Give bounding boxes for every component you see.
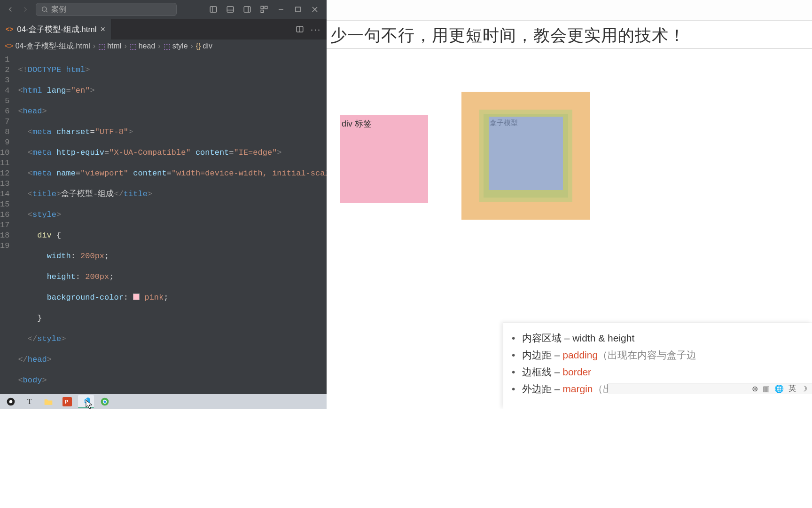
chevron-right-icon: ›: [191, 42, 193, 50]
ime-status-bar: ⊕ ▥ 🌐 英 ☽: [608, 383, 812, 394]
code-content[interactable]: <!DOCTYPE html> <html lang="en"> <head> …: [18, 53, 327, 394]
code-editor[interactable]: 123 456 789 101112 131415 161718 19 <!DO…: [0, 53, 327, 394]
chevron-right-icon: ›: [93, 42, 95, 50]
breadcrumb-head[interactable]: ⬚ head: [130, 42, 156, 51]
taskbar-chrome[interactable]: [97, 395, 113, 408]
titlebar: 案例: [0, 0, 327, 19]
ime-layout-icon[interactable]: ▥: [763, 384, 770, 393]
legend-item-border: • 边框线 – border: [512, 365, 804, 379]
toggle-primary-sidebar-button[interactable]: [205, 1, 221, 17]
ime-globe-icon[interactable]: 🌐: [774, 384, 784, 393]
html-file-icon: <>: [6, 25, 13, 33]
css-rule-icon: {}: [196, 42, 201, 50]
nav-forward-button[interactable]: [19, 3, 32, 16]
split-editor-button[interactable]: [293, 22, 307, 36]
cursor-icon: [86, 400, 92, 409]
svg-point-17: [9, 400, 13, 404]
layout-grid-icon: [260, 5, 268, 14]
chevron-right-icon: ›: [158, 42, 160, 50]
svg-rect-7: [261, 6, 263, 8]
window-close-button[interactable]: [307, 1, 323, 17]
obs-icon: [6, 397, 16, 406]
window-maximize-button[interactable]: [290, 1, 306, 17]
svg-point-22: [104, 401, 106, 403]
breadcrumb-style[interactable]: ⬚ style: [164, 42, 188, 51]
html-file-icon: <>: [5, 42, 14, 50]
more-actions-button[interactable]: ···: [309, 22, 323, 36]
customize-layout-button[interactable]: [256, 1, 272, 17]
folder-icon: [44, 397, 53, 406]
svg-rect-5: [244, 7, 250, 12]
browser-toolbar: [327, 0, 812, 21]
powerpoint-icon: P: [62, 397, 72, 406]
breadcrumb-div[interactable]: {} div: [196, 42, 212, 50]
empty-area: [0, 409, 812, 508]
command-center-search[interactable]: 案例: [36, 3, 177, 16]
layout-panel-icon: [226, 5, 234, 14]
divider: [327, 48, 812, 49]
split-horizontal-icon: [296, 25, 304, 33]
tab-active-file[interactable]: <> 04-盒子模型-组成.html ×: [0, 19, 111, 40]
svg-rect-8: [265, 6, 267, 8]
nav-back-button[interactable]: [4, 3, 17, 16]
ime-moon-icon[interactable]: ☽: [801, 384, 807, 393]
minimize-icon: [278, 6, 284, 13]
demo-pink-box: div 标签: [340, 115, 428, 203]
box-model-legend: • 内容区域 – width & height • 内边距 – padding（…: [503, 323, 812, 409]
toggle-panel-button[interactable]: [222, 1, 238, 17]
tab-filename: 04-盒子模型-组成.html: [17, 24, 96, 35]
box-model-diagram: 盒子模型: [461, 92, 590, 220]
color-swatch-icon[interactable]: [133, 294, 140, 300]
svg-rect-9: [261, 10, 263, 13]
symbol-icon: ⬚: [164, 42, 171, 51]
page-slogan: 少一句不行，用更短时间，教会更实用的技术！: [330, 24, 812, 47]
taskbar-file-explorer[interactable]: [40, 395, 56, 408]
arrow-left-icon: [6, 5, 15, 14]
layout-sidebar-left-icon: [209, 5, 218, 14]
svg-point-0: [42, 7, 47, 11]
taskbar-powerpoint[interactable]: P: [59, 395, 75, 408]
nav-buttons: [4, 3, 32, 16]
chrome-icon: [100, 397, 109, 406]
search-placeholder: 案例: [51, 5, 66, 15]
arrow-right-icon: [21, 5, 30, 14]
layout-sidebar-right-icon: [243, 5, 251, 14]
tab-close-button[interactable]: ×: [100, 24, 105, 34]
legend-item-padding: • 内边距 – padding（出现在内容与盒子边: [512, 349, 804, 362]
text-app-icon: T: [27, 397, 32, 406]
window-minimize-button[interactable]: [273, 1, 289, 17]
legend-item-content: • 内容区域 – width & height: [512, 332, 804, 345]
svg-rect-1: [210, 7, 217, 12]
titlebar-right: [205, 1, 323, 17]
breadcrumb-html[interactable]: ⬚ html: [98, 42, 121, 51]
search-icon: [41, 6, 48, 13]
pink-box-label: div 标签: [342, 119, 372, 128]
symbol-icon: ⬚: [98, 42, 105, 51]
taskbar-text-app[interactable]: T: [22, 395, 38, 408]
svg-text:P: P: [65, 399, 68, 405]
breadcrumb-file[interactable]: <> 04-盒子模型-组成.html: [5, 41, 90, 51]
box-model-border: 盒子模型: [479, 110, 572, 202]
box-model-content: 盒子模型: [489, 117, 563, 190]
taskbar-obs[interactable]: [3, 395, 19, 408]
box-model-padding: 盒子模型: [484, 114, 568, 198]
editor-tabbar: <> 04-盒子模型-组成.html × ···: [0, 19, 327, 40]
svg-rect-11: [296, 7, 300, 12]
box-model-label: 盒子模型: [490, 119, 518, 127]
maximize-icon: [295, 6, 301, 13]
chevron-right-icon: ›: [124, 42, 126, 50]
symbol-icon: ⬚: [130, 42, 137, 51]
svg-rect-3: [227, 7, 234, 12]
line-numbers: 123 456 789 101112 131415 161718 19: [0, 53, 18, 394]
ime-language[interactable]: 英: [789, 384, 796, 394]
toggle-secondary-sidebar-button[interactable]: [239, 1, 255, 17]
ellipsis-icon: ···: [311, 24, 321, 35]
tab-actions: ···: [293, 19, 327, 40]
vscode-window: 案例: [0, 0, 327, 394]
windows-taskbar: T P: [0, 394, 327, 409]
ime-zoom-icon[interactable]: ⊕: [752, 384, 758, 393]
close-icon: [312, 6, 318, 13]
breadcrumb: <> 04-盒子模型-组成.html › ⬚ html › ⬚ head › ⬚…: [0, 40, 327, 53]
